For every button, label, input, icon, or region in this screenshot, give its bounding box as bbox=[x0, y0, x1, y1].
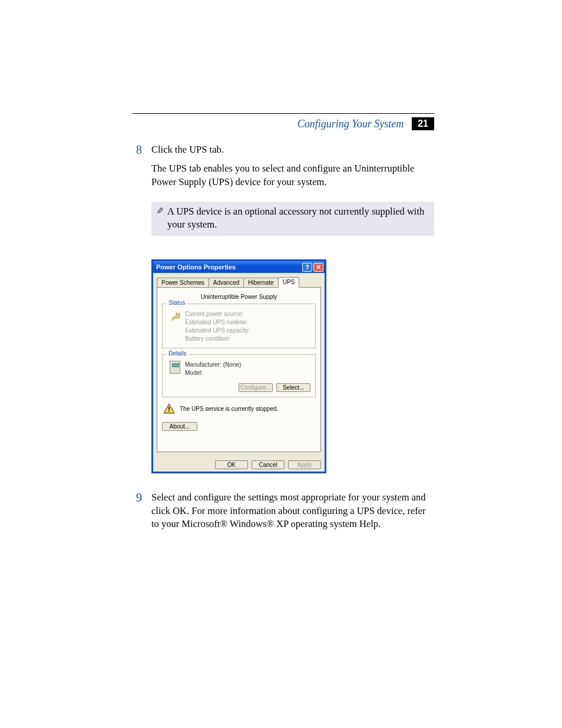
warning-row: The UPS service is currently stopped. bbox=[163, 403, 315, 414]
status-row-4: Battery condition: bbox=[185, 335, 310, 343]
tab-ups[interactable]: UPS bbox=[278, 277, 300, 288]
step-number: 9 bbox=[133, 491, 142, 536]
status-row-2: Estimated UPS runtime: bbox=[185, 318, 310, 327]
details-legend: Details bbox=[167, 350, 189, 357]
step-9-text: Select and configure the settings most a… bbox=[151, 491, 434, 531]
tab-strip: Power Schemes Advanced Hibernate UPS bbox=[157, 276, 321, 287]
ups-device-icon bbox=[170, 361, 180, 374]
status-legend: Status bbox=[167, 299, 187, 306]
power-options-dialog: Power Options Properties ? ✕ Power Schem… bbox=[151, 259, 326, 473]
help-button[interactable]: ? bbox=[302, 263, 312, 272]
tab-advanced[interactable]: Advanced bbox=[209, 278, 244, 287]
tab-hibernate[interactable]: Hibernate bbox=[243, 278, 278, 287]
page-header-title: Configuring Your System bbox=[297, 118, 404, 130]
note-icon: ✎ bbox=[156, 205, 164, 232]
model-label: Model: bbox=[185, 369, 222, 377]
tab-power-schemes[interactable]: Power Schemes bbox=[157, 278, 209, 287]
ups-tab-panel: Uninterruptible Power Supply Status Curr… bbox=[157, 287, 321, 452]
step-9: 9 Select and configure the settings most… bbox=[133, 491, 434, 536]
page-number: 21 bbox=[412, 117, 434, 130]
ok-button[interactable]: OK bbox=[215, 460, 248, 469]
status-row-1: Current power source: bbox=[185, 310, 310, 318]
status-row-3: Estimated UPS capacity: bbox=[185, 327, 310, 335]
manufacturer-label: Manufacturer: bbox=[185, 361, 222, 369]
svg-rect-2 bbox=[168, 411, 170, 412]
about-button[interactable]: About... bbox=[162, 422, 197, 431]
details-groupbox: Details Manufacturer: (None) Model: bbox=[162, 354, 316, 397]
close-button[interactable]: ✕ bbox=[313, 263, 323, 272]
select-button[interactable]: Select... bbox=[276, 383, 310, 392]
configure-button: Configure... bbox=[239, 383, 273, 392]
warning-text: The UPS service is currently stopped. bbox=[180, 406, 278, 412]
step-8-line-2: The UPS tab enables you to select and co… bbox=[151, 162, 434, 189]
cancel-button[interactable]: Cancel bbox=[252, 460, 285, 469]
svg-rect-1 bbox=[168, 407, 170, 410]
status-groupbox: Status Current power source: Estimated U… bbox=[162, 304, 316, 348]
manufacturer-value: (None) bbox=[223, 361, 242, 368]
step-8-line-1: Click the UPS tab. bbox=[151, 143, 434, 156]
step-8: 8 Click the UPS tab. The UPS tab enables… bbox=[133, 143, 434, 195]
note-box: ✎ A UPS device is an optional accessory … bbox=[151, 202, 434, 236]
warning-icon bbox=[163, 403, 175, 414]
plug-icon bbox=[170, 311, 181, 323]
step-number: 8 bbox=[133, 143, 142, 195]
dialog-titlebar[interactable]: Power Options Properties ? ✕ bbox=[153, 261, 325, 273]
note-text: A UPS device is an optional accessory no… bbox=[167, 205, 428, 232]
apply-button: Apply bbox=[288, 460, 321, 469]
dialog-title: Power Options Properties bbox=[156, 263, 301, 271]
